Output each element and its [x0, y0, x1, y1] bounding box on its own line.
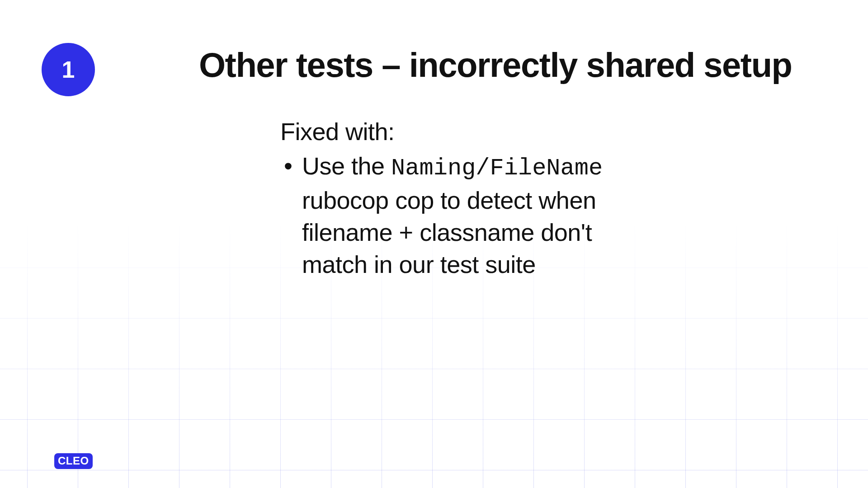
brand-logo: CLEO: [54, 453, 93, 469]
bullet-text-rest: rubocop cop to detect when filename + cl…: [302, 187, 596, 278]
content-lead: Fixed with:: [280, 117, 651, 145]
bullet-item: Use the Naming/FileName rubocop cop to d…: [280, 150, 651, 281]
slide-title: Other tests – incorrectly shared setup: [199, 45, 792, 84]
bullet-text-prefix: Use the: [302, 152, 391, 179]
bullet-code: Naming/FileName: [391, 155, 603, 182]
bullet-list: Use the Naming/FileName rubocop cop to d…: [280, 150, 651, 281]
slide-content: Fixed with: Use the Naming/FileName rubo…: [280, 117, 651, 281]
slide-number: 1: [62, 56, 75, 83]
slide: 1 Other tests – incorrectly shared setup…: [0, 0, 868, 488]
slide-number-badge: 1: [42, 43, 95, 96]
